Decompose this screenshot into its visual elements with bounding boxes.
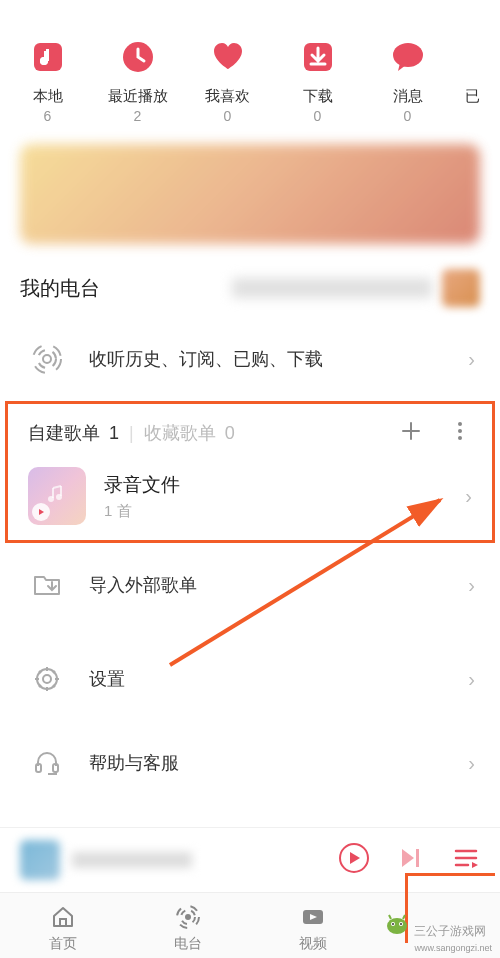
download-icon — [296, 35, 340, 79]
playlist-thumbnail — [28, 467, 86, 525]
quick-menu: 本地 6 最近播放 2 我喜欢 0 下载 0 — [0, 0, 500, 144]
quick-item-partial[interactable]: 已 — [465, 35, 485, 124]
quick-label: 最近播放 — [108, 87, 168, 106]
radio-icon — [174, 903, 202, 931]
svg-point-7 — [38, 350, 56, 368]
quick-count: 6 — [44, 108, 52, 124]
quick-label: 下载 — [303, 87, 333, 106]
svg-point-9 — [458, 422, 462, 426]
now-playing-title — [72, 852, 192, 868]
svg-rect-2 — [46, 49, 49, 61]
listen-history-row[interactable]: 收听历史、订阅、已购、下载 › — [0, 317, 500, 401]
chevron-right-icon: › — [465, 485, 472, 508]
tab-fav-playlist[interactable]: 收藏歌单 0 — [144, 421, 235, 445]
playlist-highlight-box: 自建歌单 1 | 收藏歌单 0 — [5, 401, 495, 543]
plus-icon[interactable] — [399, 419, 423, 447]
music-note-icon — [26, 35, 70, 79]
mascot-icon — [384, 910, 410, 936]
quick-label: 我喜欢 — [205, 87, 250, 106]
broadcast-icon — [25, 337, 69, 381]
chevron-right-icon: › — [468, 348, 475, 371]
home-icon — [49, 903, 77, 931]
quick-label: 本地 — [33, 87, 63, 106]
quick-count: 0 — [404, 108, 412, 124]
nav-label: 视频 — [299, 935, 327, 953]
row-label: 设置 — [89, 667, 468, 691]
tab-label: 收藏歌单 — [144, 423, 216, 443]
my-radio-header: 我的电台 — [0, 264, 500, 317]
svg-rect-21 — [416, 849, 419, 867]
play-badge-icon — [32, 503, 50, 521]
svg-point-17 — [43, 675, 51, 683]
row-label: 导入外部歌单 — [89, 573, 468, 597]
chevron-right-icon: › — [468, 574, 475, 597]
svg-point-13 — [56, 494, 62, 500]
quick-item-local[interactable]: 本地 6 — [15, 35, 80, 124]
blurred-text — [232, 278, 432, 298]
playlist-queue-button[interactable] — [452, 844, 480, 876]
quick-count: 0 — [314, 108, 322, 124]
chevron-right-icon: › — [468, 668, 475, 691]
play-button[interactable] — [338, 842, 370, 878]
svg-point-31 — [400, 923, 402, 925]
tab-label: 自建歌单 — [28, 423, 100, 443]
import-playlist-row[interactable]: 导入外部歌单 › — [0, 543, 500, 627]
video-icon — [299, 903, 327, 931]
row-label: 收听历史、订阅、已购、下载 — [89, 347, 468, 371]
avatar[interactable] — [442, 269, 480, 307]
svg-point-30 — [392, 923, 394, 925]
tab-count: 0 — [225, 423, 235, 443]
svg-point-23 — [185, 914, 191, 920]
promo-banner[interactable] — [20, 144, 480, 244]
nav-home[interactable]: 首页 — [0, 903, 125, 953]
folder-import-icon — [25, 563, 69, 607]
clock-icon — [116, 35, 160, 79]
quick-item-favorite[interactable]: 我喜欢 0 — [195, 35, 260, 124]
message-icon — [386, 35, 430, 79]
quick-count: 0 — [224, 108, 232, 124]
playlist-tabs: 自建歌单 1 | 收藏歌单 0 — [8, 404, 492, 457]
svg-point-6 — [43, 355, 51, 363]
chevron-right-icon: › — [468, 752, 475, 775]
quick-label: 已 — [465, 87, 480, 106]
playlist-name: 录音文件 — [104, 472, 465, 498]
heart-icon — [206, 35, 250, 79]
section-title: 我的电台 — [20, 275, 232, 302]
svg-point-11 — [458, 436, 462, 440]
nav-video[interactable]: 视频 — [250, 903, 375, 953]
settings-row[interactable]: 设置 › — [0, 627, 500, 721]
playlist-item[interactable]: 录音文件 1 首 › — [8, 457, 492, 535]
nav-label: 首页 — [49, 935, 77, 953]
watermark: 三公子游戏网 www.sangongzi.net — [414, 923, 492, 954]
now-playing-thumbnail — [20, 840, 60, 880]
quick-label: 消息 — [393, 87, 423, 106]
next-button[interactable] — [398, 845, 424, 875]
gear-icon — [25, 657, 69, 701]
playlist-count: 1 首 — [104, 502, 465, 521]
row-label: 帮助与客服 — [89, 751, 468, 775]
svg-point-5 — [393, 43, 423, 67]
more-vertical-icon[interactable] — [448, 419, 472, 447]
svg-rect-22 — [60, 919, 66, 926]
quick-count: 2 — [134, 108, 142, 124]
tab-own-playlist[interactable]: 自建歌单 1 — [28, 421, 119, 445]
svg-point-10 — [458, 429, 462, 433]
quick-item-download[interactable]: 下载 0 — [285, 35, 350, 124]
tab-count: 1 — [109, 423, 119, 443]
help-row[interactable]: 帮助与客服 › — [0, 721, 500, 805]
nav-radio[interactable]: 电台 — [125, 903, 250, 953]
headset-icon — [25, 741, 69, 785]
divider: | — [129, 423, 134, 444]
quick-item-recent[interactable]: 最近播放 2 — [105, 35, 170, 124]
svg-point-12 — [48, 496, 54, 502]
quick-item-message[interactable]: 消息 0 — [375, 35, 440, 124]
svg-point-27 — [387, 918, 407, 934]
nav-label: 电台 — [174, 935, 202, 953]
